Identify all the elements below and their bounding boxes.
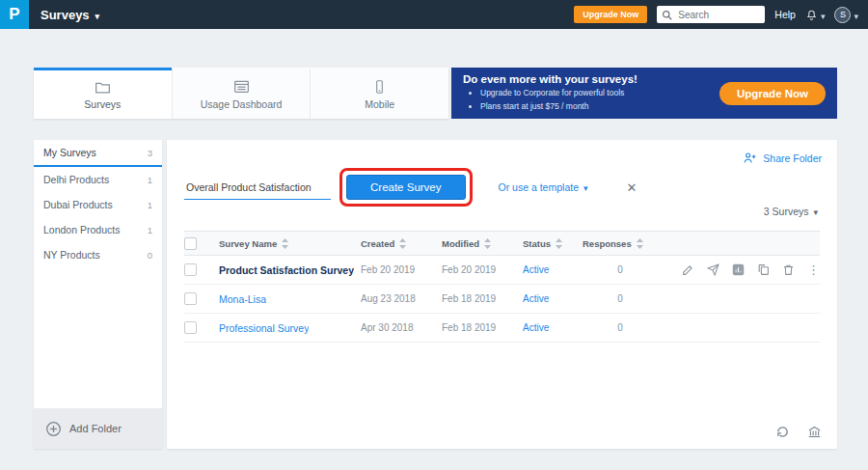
notifications-button[interactable] <box>805 6 826 23</box>
row-checkbox[interactable] <box>184 263 197 276</box>
sidebar-item-delhi-products[interactable]: Delhi Products 1 <box>34 167 162 192</box>
header-status[interactable]: Status <box>523 238 583 249</box>
folder-label: Dubai Products <box>43 199 113 210</box>
create-survey-button-wrap: Create Survey <box>346 175 466 200</box>
promo-banner-title: Do even more with your surveys! <box>463 73 637 85</box>
archive-button[interactable] <box>807 425 822 439</box>
status-badge: Active <box>523 264 549 275</box>
surveys-menu[interactable]: Surveys <box>29 8 111 22</box>
account-menu[interactable]: S <box>834 6 858 23</box>
tab-surveys[interactable]: Surveys <box>34 68 172 119</box>
sort-icon <box>556 238 562 249</box>
tab-label: Mobile <box>365 98 394 110</box>
dashboard-icon <box>233 80 250 95</box>
header-created[interactable]: Created <box>361 238 442 249</box>
header-survey-name[interactable]: Survey Name <box>219 238 361 249</box>
chevron-down-icon <box>95 8 100 22</box>
survey-name-link[interactable]: Product Satisfaction Survey <box>219 264 354 276</box>
archive-icon <box>807 425 822 439</box>
surveys-count-label: 3 Surveys <box>764 206 809 217</box>
view-tabs: Surveys Usage Dashboard Mobile <box>34 68 448 119</box>
search-box[interactable] <box>657 6 765 23</box>
chevron-down-icon <box>583 181 588 193</box>
tab-label: Surveys <box>84 98 121 110</box>
close-icon[interactable] <box>627 180 637 195</box>
folder-count: 1 <box>148 200 152 210</box>
copy-button[interactable] <box>757 263 770 276</box>
header-modified[interactable]: Modified <box>442 238 523 249</box>
folder-count: 3 <box>148 148 152 158</box>
table-row: Mona-Lisa Aug 23 2018 Feb 18 2019 Active… <box>184 285 820 314</box>
trash-icon <box>782 263 795 276</box>
surveys-menu-label: Surveys <box>41 8 90 22</box>
create-survey-button[interactable]: Create Survey <box>346 175 466 200</box>
restore-button[interactable] <box>775 425 790 439</box>
app-logo[interactable]: P <box>0 0 29 29</box>
column-label: Created <box>361 238 394 249</box>
select-all-checkbox[interactable] <box>184 237 197 250</box>
help-link[interactable]: Help <box>774 9 796 20</box>
avatar: S <box>834 7 851 23</box>
created-date: Aug 23 2018 <box>361 293 416 304</box>
tab-mobile[interactable]: Mobile <box>310 68 448 119</box>
row-checkbox-cell <box>184 321 219 334</box>
create-survey-row: Create Survey Or use a template <box>184 175 637 200</box>
analytics-button[interactable] <box>732 263 745 276</box>
chevron-down-icon <box>813 206 818 217</box>
edit-button[interactable] <box>682 263 694 276</box>
promo-banner-bullets: Upgrade to Corporate for powerful tools … <box>463 87 637 112</box>
column-label: Survey Name <box>219 238 277 249</box>
surveys-table: Survey Name Created Modified Status Resp… <box>184 231 820 343</box>
tab-usage-dashboard[interactable]: Usage Dashboard <box>172 68 311 119</box>
sidebar-item-my-surveys[interactable]: My Surveys 3 <box>34 140 162 167</box>
topbar-right: Upgrade Now Help S <box>574 6 868 23</box>
survey-name-input[interactable] <box>184 176 331 200</box>
folder-label: My Surveys <box>43 147 96 158</box>
promo-bullet: Plans start at just $75 / month <box>480 100 637 113</box>
share-folder-button[interactable]: Share Folder <box>743 152 822 164</box>
folder-label: London Products <box>43 224 120 235</box>
sidebar-item-ny-products[interactable]: NY Products 0 <box>34 242 162 267</box>
status-badge: Active <box>523 293 549 304</box>
folder-label: NY Products <box>43 249 100 261</box>
folder-label: Delhi Products <box>43 174 109 185</box>
chevron-down-icon <box>854 6 858 23</box>
folder-count: 1 <box>148 225 152 235</box>
delete-button[interactable] <box>782 263 795 276</box>
add-folder-button[interactable]: Add Folder <box>34 408 162 449</box>
app-logo-letter: P <box>9 5 19 24</box>
row-checkbox[interactable] <box>184 321 197 334</box>
table-row: Product Satisfaction Survey Feb 20 2019 … <box>184 256 820 285</box>
surveys-count-dropdown[interactable]: 3 Surveys <box>764 206 818 217</box>
row-checkbox[interactable] <box>184 292 197 305</box>
tab-label: Usage Dashboard <box>201 98 283 110</box>
sort-icon <box>637 238 643 249</box>
send-button[interactable] <box>707 263 719 276</box>
use-template-dropdown[interactable]: Or use a template <box>499 181 588 193</box>
header-responses[interactable]: Responses <box>583 238 658 249</box>
bar-chart-icon <box>732 263 745 276</box>
mobile-icon <box>372 79 387 95</box>
responses-count: 0 <box>617 264 623 275</box>
add-folder-label: Add Folder <box>69 423 122 434</box>
modified-date: Feb 20 2019 <box>442 264 496 275</box>
promo-bullet: Upgrade to Corporate for powerful tools <box>480 87 637 99</box>
survey-name-link[interactable]: Mona-Lisa <box>219 293 266 305</box>
modified-date: Feb 18 2019 <box>442 322 496 333</box>
banner-upgrade-button[interactable]: Upgrade Now <box>719 82 826 105</box>
sidebar-item-london-products[interactable]: London Products 1 <box>34 217 162 242</box>
header-checkbox-cell <box>184 237 219 250</box>
panel-footer-icons <box>775 425 822 439</box>
sort-icon <box>282 238 288 249</box>
promo-banner-text: Do even more with your surveys! Upgrade … <box>463 73 637 112</box>
row-checkbox-cell <box>184 263 219 276</box>
sidebar-item-dubai-products[interactable]: Dubai Products 1 <box>34 192 162 217</box>
surveys-panel: Share Folder Create Survey Or use a temp… <box>167 140 837 449</box>
upgrade-now-button[interactable]: Upgrade Now <box>574 6 647 23</box>
survey-name-link[interactable]: Professional Survey <box>219 322 309 334</box>
search-input[interactable] <box>676 9 760 21</box>
more-options-icon[interactable] <box>807 263 820 276</box>
use-template-label: Or use a template <box>499 181 579 193</box>
topbar: P Surveys Upgrade Now Help S <box>0 0 868 29</box>
column-label: Responses <box>583 238 632 249</box>
